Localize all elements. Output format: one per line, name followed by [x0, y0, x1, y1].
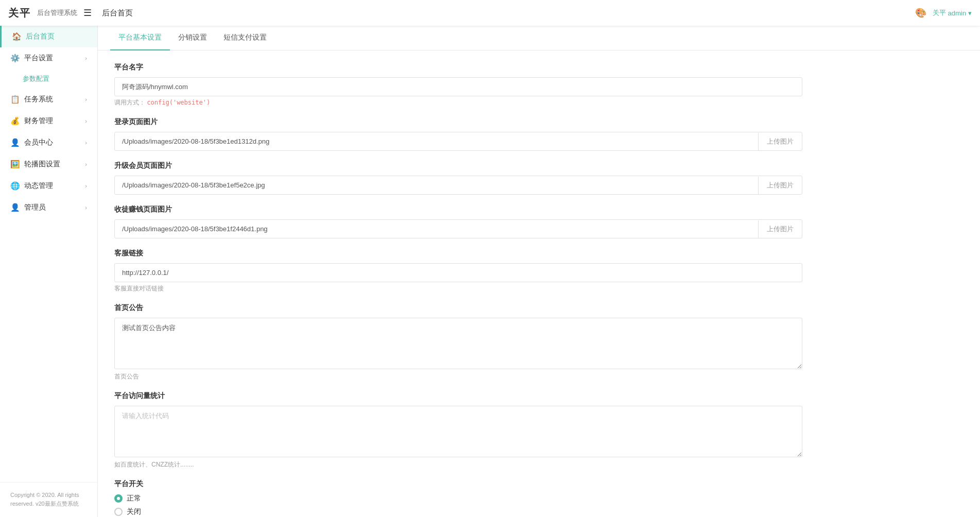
sidebar-item-finance[interactable]: 💰 财务管理 › [0, 110, 97, 132]
sidebar: 🏠 后台首页 ⚙️ 平台设置 › 参数配置 📋 任务系统 › [0, 26, 98, 517]
platform-name-code: config('website') [147, 99, 210, 106]
customer-service-title: 客服链接 [114, 249, 802, 258]
chevron-finance-icon: › [85, 118, 87, 124]
sidebar-item-home[interactable]: 🏠 后台首页 [0, 26, 97, 47]
customer-service-hint: 客服直接对话链接 [114, 284, 802, 293]
upgrade-image-row: 上传图片 [114, 176, 802, 195]
statistics-hint: 如百度统计、CNZZ统计........ [114, 460, 802, 469]
sidebar-item-dynamics[interactable]: 🌐 动态管理 › [0, 175, 97, 197]
sidebar-item-platform-label: 平台设置 [24, 54, 53, 63]
header-left: 关平 后台管理系统 ☰ 后台首页 [8, 6, 133, 20]
platform-name-title: 平台名字 [114, 63, 802, 72]
customer-service-row [114, 263, 802, 282]
earn-image-row: 上传图片 [114, 219, 802, 238]
statistics-textarea[interactable] [114, 406, 802, 457]
upgrade-image-input[interactable] [115, 176, 758, 194]
logo-text: 关平 [8, 6, 31, 20]
sidebar-footer: Copyright © 2020. All rights reserved. v… [0, 482, 97, 517]
sidebar-item-members-label: 会员中心 [24, 138, 53, 147]
home-notice-textarea[interactable]: 测试首页公告内容 [114, 318, 802, 369]
sidebar-menu: 🏠 后台首页 ⚙️ 平台设置 › 参数配置 📋 任务系统 › [0, 26, 97, 482]
tab-distribution[interactable]: 分销设置 [170, 26, 215, 50]
admin-chevron-icon: ▾ [968, 9, 972, 17]
admin-menu[interactable]: 关平 admin ▾ [933, 8, 972, 18]
earn-image-upload-btn[interactable]: 上传图片 [758, 220, 802, 238]
sidebar-item-home-label: 后台首页 [26, 32, 55, 41]
platform-name-input[interactable] [115, 78, 802, 96]
sidebar-item-carousel[interactable]: 🖼️ 轮播图设置 › [0, 153, 97, 175]
main-content: 平台基本设置 分销设置 短信支付设置 平台名字 调用方式： config('we… [98, 26, 980, 517]
customer-service-input[interactable] [115, 264, 802, 282]
finance-icon: 💰 [10, 116, 20, 126]
sidebar-item-admin[interactable]: 👤 管理员 › [0, 197, 97, 218]
chevron-carousel-icon: › [85, 161, 87, 167]
form-content: 平台名字 调用方式： config('website') 登录页面图片 上传图片… [98, 50, 819, 517]
login-image-row: 上传图片 [114, 132, 802, 151]
platform-switch-radio-group: 正常 关闭 [114, 494, 802, 516]
login-image-input[interactable] [115, 132, 758, 150]
members-icon: 👤 [10, 138, 20, 147]
chevron-down-icon: › [85, 55, 87, 61]
platform-switch-title: 平台开关 [114, 479, 802, 489]
radio-closed-circle [114, 508, 123, 516]
palette-icon[interactable]: 🎨 [915, 7, 926, 19]
upgrade-image-upload-btn[interactable]: 上传图片 [758, 177, 802, 194]
tab-sms[interactable]: 短信支付设置 [215, 26, 275, 50]
header-right: 🎨 关平 admin ▾ [915, 7, 972, 19]
earn-image-title: 收徒赚钱页面图片 [114, 205, 802, 214]
chevron-tasks-icon: › [85, 96, 87, 102]
sidebar-sub-params-label: 参数配置 [23, 75, 49, 82]
admin-label: admin [948, 9, 966, 17]
sidebar-item-finance-label: 财务管理 [24, 116, 53, 126]
menu-toggle-icon[interactable]: ☰ [83, 7, 92, 19]
radio-closed-label: 关闭 [127, 507, 141, 516]
radio-normal-label: 正常 [127, 494, 141, 503]
platform-name-hint: 调用方式： config('website') [114, 98, 802, 107]
home-notice-hint: 首页公告 [114, 372, 802, 381]
sidebar-item-tasks-label: 任务系统 [24, 95, 53, 104]
radio-closed[interactable]: 关闭 [114, 507, 802, 516]
upgrade-image-title: 升级会员页面图片 [114, 161, 802, 170]
page-title: 后台首页 [102, 8, 133, 18]
tabs-bar: 平台基本设置 分销设置 短信支付设置 [98, 26, 980, 50]
sidebar-item-platform[interactable]: ⚙️ 平台设置 › [0, 47, 97, 69]
gear-icon: ⚙️ [10, 54, 20, 63]
tasks-icon: 📋 [10, 95, 20, 104]
sidebar-item-tasks[interactable]: 📋 任务系统 › [0, 89, 97, 110]
chevron-dynamics-icon: › [85, 183, 87, 189]
sidebar-item-dynamics-label: 动态管理 [24, 181, 53, 191]
carousel-icon: 🖼️ [10, 160, 20, 169]
chevron-admin-icon: › [85, 204, 87, 211]
sidebar-item-admin-label: 管理员 [24, 203, 46, 212]
layout: 🏠 后台首页 ⚙️ 平台设置 › 参数配置 📋 任务系统 › [0, 26, 980, 517]
earn-image-input[interactable] [115, 220, 758, 238]
header: 关平 后台管理系统 ☰ 后台首页 🎨 关平 admin ▾ [0, 0, 980, 26]
home-icon: 🏠 [12, 32, 22, 41]
sidebar-item-carousel-label: 轮播图设置 [24, 160, 60, 169]
sidebar-item-members[interactable]: 👤 会员中心 › [0, 132, 97, 153]
dynamics-icon: 🌐 [10, 181, 20, 191]
radio-normal-circle [114, 494, 123, 503]
radio-normal[interactable]: 正常 [114, 494, 802, 503]
statistics-title: 平台访问量统计 [114, 391, 802, 401]
logo-sub: 后台管理系统 [37, 8, 77, 18]
admin-logo-icon: 关平 [933, 8, 946, 18]
login-image-title: 登录页面图片 [114, 117, 802, 127]
home-notice-title: 首页公告 [114, 303, 802, 313]
chevron-members-icon: › [85, 140, 87, 146]
sidebar-sub-item-params[interactable]: 参数配置 [0, 69, 97, 89]
login-image-upload-btn[interactable]: 上传图片 [758, 133, 802, 150]
platform-name-row [114, 77, 802, 96]
admin-icon: 👤 [10, 203, 20, 212]
tab-basic[interactable]: 平台基本设置 [110, 26, 170, 50]
